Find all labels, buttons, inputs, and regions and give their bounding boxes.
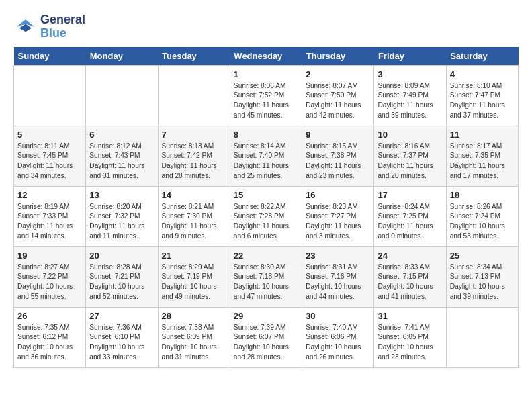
day-number: 14 [162,190,226,200]
day-info: Sunrise: 8:34 AM Sunset: 7:13 PM Dayligh… [450,263,515,302]
calendar-cell: 17Sunrise: 8:24 AM Sunset: 7:25 PM Dayli… [374,186,446,246]
day-info: Sunrise: 7:40 AM Sunset: 6:06 PM Dayligh… [306,323,370,363]
day-number: 22 [234,250,298,261]
day-info: Sunrise: 8:11 AM Sunset: 7:45 PM Dayligh… [17,142,82,181]
calendar-week-row: 19Sunrise: 8:27 AM Sunset: 7:22 PM Dayli… [14,246,519,307]
column-header-saturday: Saturday [446,47,518,66]
day-info: Sunrise: 8:23 AM Sunset: 7:27 PM Dayligh… [306,202,370,242]
calendar-cell: 2Sunrise: 8:07 AM Sunset: 7:50 PM Daylig… [302,65,374,126]
day-number: 21 [162,250,226,261]
day-info: Sunrise: 8:10 AM Sunset: 7:47 PM Dayligh… [450,81,515,121]
day-number: 13 [89,190,154,200]
day-number: 3 [378,69,442,79]
column-header-tuesday: Tuesday [158,47,230,66]
day-number: 11 [450,130,515,140]
calendar-cell: 7Sunrise: 8:13 AM Sunset: 7:42 PM Daylig… [158,126,230,186]
day-number: 8 [234,130,298,140]
calendar-cell: 25Sunrise: 8:34 AM Sunset: 7:13 PM Dayli… [446,246,518,307]
calendar-cell: 11Sunrise: 8:17 AM Sunset: 7:35 PM Dayli… [446,126,518,186]
day-info: Sunrise: 8:16 AM Sunset: 7:37 PM Dayligh… [378,142,442,181]
day-number: 17 [378,190,442,200]
day-info: Sunrise: 8:14 AM Sunset: 7:40 PM Dayligh… [234,142,298,181]
calendar-cell: 4Sunrise: 8:10 AM Sunset: 7:47 PM Daylig… [446,65,518,126]
calendar-cell: 13Sunrise: 8:20 AM Sunset: 7:32 PM Dayli… [86,186,158,246]
calendar-cell: 8Sunrise: 8:14 AM Sunset: 7:40 PM Daylig… [230,126,302,186]
calendar-cell: 6Sunrise: 8:12 AM Sunset: 7:43 PM Daylig… [86,126,158,186]
calendar-cell: 28Sunrise: 7:38 AM Sunset: 6:09 PM Dayli… [158,307,230,367]
day-info: Sunrise: 7:41 AM Sunset: 6:05 PM Dayligh… [378,323,442,363]
page-header: General Blue [13,13,519,40]
calendar-cell: 14Sunrise: 8:21 AM Sunset: 7:30 PM Dayli… [158,186,230,246]
column-header-sunday: Sunday [14,47,86,66]
day-info: Sunrise: 8:19 AM Sunset: 7:33 PM Dayligh… [17,202,82,242]
day-number: 12 [17,190,82,200]
day-number: 1 [234,69,298,79]
day-number: 7 [162,130,226,140]
calendar-table: SundayMondayTuesdayWednesdayThursdayFrid… [13,47,519,368]
day-info: Sunrise: 8:07 AM Sunset: 7:50 PM Dayligh… [306,81,370,121]
calendar-cell: 3Sunrise: 8:09 AM Sunset: 7:49 PM Daylig… [374,65,446,126]
calendar-header-row: SundayMondayTuesdayWednesdayThursdayFrid… [14,47,519,66]
day-info: Sunrise: 8:26 AM Sunset: 7:24 PM Dayligh… [450,202,515,242]
day-number: 16 [306,190,370,200]
calendar-week-row: 5Sunrise: 8:11 AM Sunset: 7:45 PM Daylig… [14,126,519,186]
calendar-cell: 18Sunrise: 8:26 AM Sunset: 7:24 PM Dayli… [446,186,518,246]
day-info: Sunrise: 8:20 AM Sunset: 7:32 PM Dayligh… [89,202,154,242]
day-number: 28 [162,311,226,321]
day-number: 2 [306,69,370,79]
day-info: Sunrise: 7:36 AM Sunset: 6:10 PM Dayligh… [89,323,154,363]
calendar-cell: 26Sunrise: 7:35 AM Sunset: 6:12 PM Dayli… [14,307,86,367]
day-info: Sunrise: 8:15 AM Sunset: 7:38 PM Dayligh… [306,142,370,181]
day-number: 18 [450,190,515,200]
calendar-cell: 10Sunrise: 8:16 AM Sunset: 7:37 PM Dayli… [374,126,446,186]
calendar-cell [86,65,158,126]
day-number: 26 [17,311,82,321]
day-info: Sunrise: 8:24 AM Sunset: 7:25 PM Dayligh… [378,202,442,242]
calendar-week-row: 12Sunrise: 8:19 AM Sunset: 7:33 PM Dayli… [14,186,519,246]
day-info: Sunrise: 8:17 AM Sunset: 7:35 PM Dayligh… [450,142,515,181]
day-info: Sunrise: 8:21 AM Sunset: 7:30 PM Dayligh… [162,202,226,242]
calendar-cell: 20Sunrise: 8:28 AM Sunset: 7:21 PM Dayli… [86,246,158,307]
calendar-cell: 9Sunrise: 8:15 AM Sunset: 7:38 PM Daylig… [302,126,374,186]
calendar-cell: 24Sunrise: 8:33 AM Sunset: 7:15 PM Dayli… [374,246,446,307]
logo-line2: Blue [40,27,85,40]
calendar-cell: 23Sunrise: 8:31 AM Sunset: 7:16 PM Dayli… [302,246,374,307]
calendar-cell: 29Sunrise: 7:39 AM Sunset: 6:07 PM Dayli… [230,307,302,367]
day-info: Sunrise: 8:27 AM Sunset: 7:22 PM Dayligh… [17,263,82,302]
day-info: Sunrise: 8:28 AM Sunset: 7:21 PM Dayligh… [89,263,154,302]
logo: General Blue [13,13,85,40]
day-number: 20 [89,250,154,261]
calendar-cell: 12Sunrise: 8:19 AM Sunset: 7:33 PM Dayli… [14,186,86,246]
calendar-cell [14,65,86,126]
calendar-cell: 31Sunrise: 7:41 AM Sunset: 6:05 PM Dayli… [374,307,446,367]
day-number: 23 [306,250,370,261]
calendar-cell: 22Sunrise: 8:30 AM Sunset: 7:18 PM Dayli… [230,246,302,307]
column-header-wednesday: Wednesday [230,47,302,66]
calendar-cell: 21Sunrise: 8:29 AM Sunset: 7:19 PM Dayli… [158,246,230,307]
day-number: 6 [89,130,154,140]
calendar-cell: 1Sunrise: 8:06 AM Sunset: 7:52 PM Daylig… [230,65,302,126]
day-number: 4 [450,69,515,79]
day-number: 27 [89,311,154,321]
day-number: 9 [306,130,370,140]
calendar-cell: 5Sunrise: 8:11 AM Sunset: 7:45 PM Daylig… [14,126,86,186]
logo-icon [13,15,38,39]
column-header-monday: Monday [86,47,158,66]
day-number: 30 [306,311,370,321]
day-info: Sunrise: 8:13 AM Sunset: 7:42 PM Dayligh… [162,142,226,181]
calendar-cell [446,307,518,367]
logo-line1: General [40,13,85,27]
day-info: Sunrise: 8:12 AM Sunset: 7:43 PM Dayligh… [89,142,154,181]
calendar-cell: 27Sunrise: 7:36 AM Sunset: 6:10 PM Dayli… [86,307,158,367]
day-info: Sunrise: 8:09 AM Sunset: 7:49 PM Dayligh… [378,81,442,121]
day-info: Sunrise: 8:06 AM Sunset: 7:52 PM Dayligh… [234,81,298,121]
column-header-friday: Friday [374,47,446,66]
calendar-cell [158,65,230,126]
day-info: Sunrise: 7:35 AM Sunset: 6:12 PM Dayligh… [17,323,82,363]
day-info: Sunrise: 8:22 AM Sunset: 7:28 PM Dayligh… [234,202,298,242]
day-number: 25 [450,250,515,261]
column-header-thursday: Thursday [302,47,374,66]
day-number: 5 [17,130,82,140]
day-info: Sunrise: 8:30 AM Sunset: 7:18 PM Dayligh… [234,263,298,302]
day-info: Sunrise: 8:31 AM Sunset: 7:16 PM Dayligh… [306,263,370,302]
